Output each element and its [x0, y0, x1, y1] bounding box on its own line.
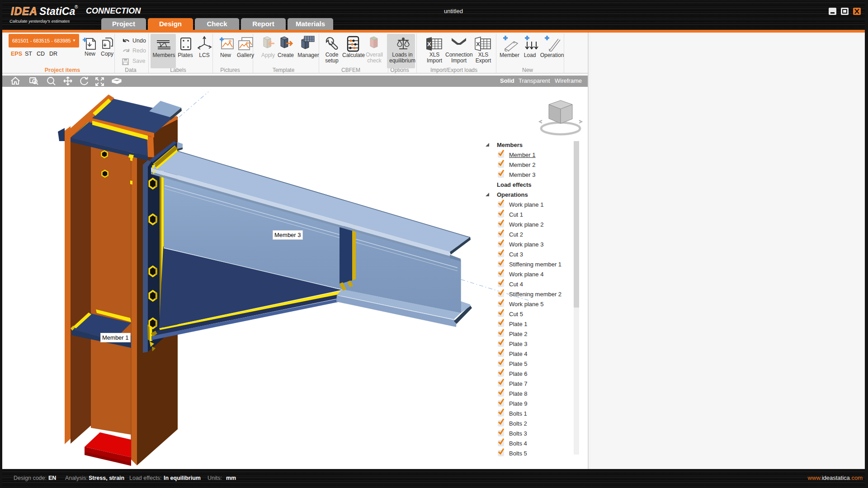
svg-text:X: X: [427, 41, 431, 47]
svg-text:X: X: [476, 41, 480, 47]
